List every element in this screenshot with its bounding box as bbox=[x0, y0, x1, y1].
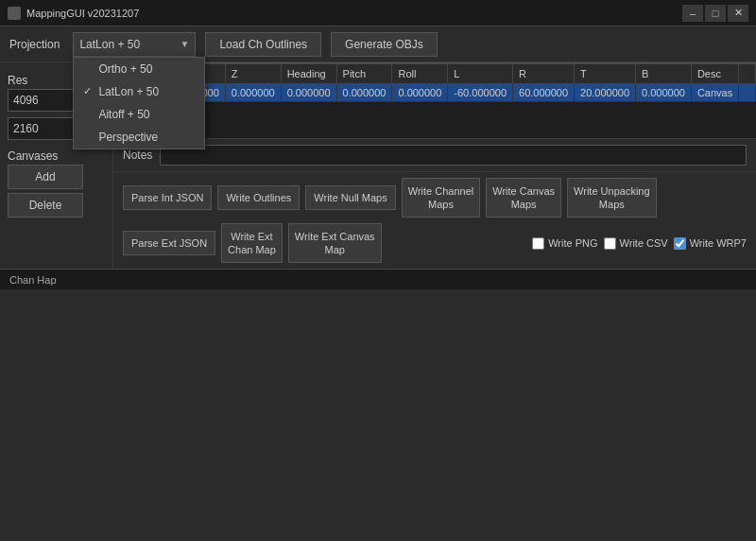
res-height-input[interactable] bbox=[8, 117, 83, 140]
col-header-z: Z bbox=[225, 64, 281, 84]
notes-label: Notes bbox=[123, 148, 152, 162]
projection-dropdown-wrapper: LatLon + 50 ▼ Ortho + 50 ✓ LatLon + 50 A… bbox=[73, 32, 196, 57]
status-text: Chan Hap bbox=[9, 274, 57, 286]
right-panel: X Y Z Heading Pitch Roll L R T B Desc bbox=[113, 62, 756, 269]
dropdown-option-ortho[interactable]: Ortho + 50 bbox=[74, 58, 204, 80]
projection-dropdown-menu: Ortho + 50 ✓ LatLon + 50 Aitoff + 50 Per… bbox=[73, 57, 205, 149]
title-bar: MappingGUI v20231207 – □ ✕ bbox=[0, 0, 756, 26]
table-container: X Y Z Heading Pitch Roll L R T B Desc bbox=[113, 62, 756, 138]
table-cell: 0.000000 bbox=[225, 84, 281, 102]
write-csv-group: Write CSV bbox=[604, 237, 668, 250]
load-ch-outlines-button[interactable]: Load Ch Outlines bbox=[205, 32, 321, 57]
canvases-label: Canvases bbox=[8, 149, 105, 163]
col-header-extra bbox=[739, 64, 756, 84]
write-png-group: Write PNG bbox=[532, 237, 597, 250]
col-header-r: R bbox=[513, 64, 575, 84]
dropdown-arrow-icon: ▼ bbox=[180, 39, 189, 49]
parse-ext-json-button[interactable]: Parse Ext JSON bbox=[123, 231, 215, 255]
toolbar: Projection LatLon + 50 ▼ Ortho + 50 ✓ La… bbox=[0, 26, 756, 62]
table-cell: 20.000000 bbox=[575, 84, 636, 102]
write-csv-checkbox[interactable] bbox=[604, 237, 616, 250]
write-canvas-maps-button[interactable]: Write CanvasMaps bbox=[486, 178, 561, 218]
title-controls: – □ ✕ bbox=[682, 5, 748, 22]
dropdown-option-latlon[interactable]: ✓ LatLon + 50 bbox=[74, 80, 204, 103]
table-body: 0.0000000.0000000.0000000.0000000.000000… bbox=[114, 84, 756, 102]
bottom-row-2: Parse Ext JSON Write ExtChan Map Write E… bbox=[123, 223, 747, 263]
col-header-roll: Roll bbox=[392, 64, 448, 84]
app-icon bbox=[8, 7, 21, 20]
table-header-row: X Y Z Heading Pitch Roll L R T B Desc bbox=[114, 64, 756, 84]
col-header-pitch: Pitch bbox=[336, 64, 392, 84]
write-outlines-button[interactable]: Write Outlines bbox=[217, 185, 300, 210]
projection-selected-value: LatLon + 50 bbox=[79, 38, 140, 51]
status-bar: Chan Hap bbox=[0, 269, 756, 289]
col-header-b: B bbox=[636, 64, 692, 84]
minimize-button[interactable]: – bbox=[682, 5, 703, 22]
write-unpacking-maps-button[interactable]: Write UnpackingMaps bbox=[567, 178, 657, 218]
title-text: MappingGUI v20231207 bbox=[26, 8, 139, 19]
check-icon-latlon: ✓ bbox=[83, 85, 94, 97]
notes-input[interactable] bbox=[160, 145, 747, 166]
close-button[interactable]: ✕ bbox=[728, 5, 748, 22]
projection-dropdown[interactable]: LatLon + 50 ▼ bbox=[73, 32, 196, 57]
dropdown-option-aitoff-label: Aitoff + 50 bbox=[98, 108, 149, 121]
check-icon-perspective bbox=[83, 131, 94, 143]
write-png-checkbox[interactable] bbox=[532, 237, 544, 250]
dropdown-option-perspective[interactable]: Perspective bbox=[74, 126, 204, 148]
generate-objs-button[interactable]: Generate OBJs bbox=[331, 32, 438, 57]
write-wrp7-checkbox[interactable] bbox=[674, 237, 686, 250]
col-header-desc: Desc bbox=[691, 64, 738, 84]
write-png-label[interactable]: Write PNG bbox=[548, 237, 597, 249]
col-header-t: T bbox=[575, 64, 636, 84]
bottom-row-1: Parse Int JSON Write Outlines Write Null… bbox=[123, 178, 747, 218]
table-cell: 0.000000 bbox=[281, 84, 336, 102]
table-cell: 0.000000 bbox=[636, 84, 692, 102]
dropdown-option-perspective-label: Perspective bbox=[98, 131, 158, 144]
canvases-section: Canvases Add Delete bbox=[8, 149, 105, 218]
data-table: X Y Z Heading Pitch Roll L R T B Desc bbox=[113, 63, 756, 102]
write-null-maps-button[interactable]: Write Null Maps bbox=[305, 185, 395, 210]
dropdown-option-ortho-label: Ortho + 50 bbox=[98, 62, 152, 76]
write-ext-canvas-map-button[interactable]: Write Ext CanvasMap bbox=[288, 223, 382, 263]
table-cell: 0.000000 bbox=[392, 84, 448, 102]
write-wrp7-group: Write WRP7 bbox=[674, 237, 747, 250]
table-cell: 0.000000 bbox=[336, 84, 392, 102]
table-cell bbox=[739, 84, 756, 102]
table-cell: Canvas bbox=[691, 84, 738, 102]
write-channel-maps-button[interactable]: Write ChannelMaps bbox=[402, 178, 481, 218]
parse-int-json-button[interactable]: Parse Int JSON bbox=[123, 185, 212, 210]
res-width-input[interactable] bbox=[8, 89, 83, 112]
table-cell: 60.000000 bbox=[513, 84, 575, 102]
write-wrp7-label[interactable]: Write WRP7 bbox=[690, 237, 747, 249]
dropdown-option-latlon-label: LatLon + 50 bbox=[98, 85, 159, 98]
bottom-area: Parse Int JSON Write Outlines Write Null… bbox=[113, 171, 756, 269]
write-csv-label[interactable]: Write CSV bbox=[620, 237, 668, 249]
write-ext-chan-map-button[interactable]: Write ExtChan Map bbox=[221, 223, 283, 263]
projection-label: Projection bbox=[9, 38, 60, 51]
title-bar-left: MappingGUI v20231207 bbox=[8, 7, 139, 20]
table-cell: -60.000000 bbox=[448, 84, 513, 102]
maximize-button[interactable]: □ bbox=[705, 5, 726, 22]
check-icon-ortho bbox=[83, 63, 94, 75]
delete-button[interactable]: Delete bbox=[8, 193, 83, 218]
notes-area: Notes bbox=[113, 138, 756, 171]
dropdown-option-aitoff[interactable]: Aitoff + 50 bbox=[74, 103, 204, 126]
col-header-heading: Heading bbox=[281, 64, 336, 84]
col-header-l: L bbox=[448, 64, 513, 84]
table-row[interactable]: 0.0000000.0000000.0000000.0000000.000000… bbox=[114, 84, 756, 102]
add-button[interactable]: Add bbox=[8, 165, 83, 189]
check-icon-aitoff bbox=[83, 109, 94, 120]
